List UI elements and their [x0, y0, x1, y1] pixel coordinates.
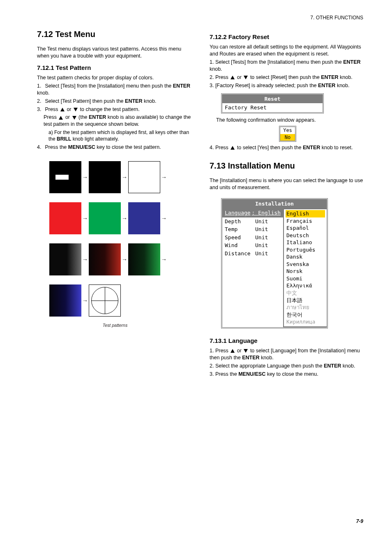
- right-column: 7.12.2 Factory Reset You can restore all…: [210, 29, 366, 379]
- language-option[interactable]: Кириллица: [286, 318, 325, 326]
- language-option[interactable]: Français: [286, 217, 325, 225]
- body-factory-reset: You can restore all default settings to …: [210, 44, 366, 58]
- heading-language: 7.13.1 Language: [210, 337, 366, 345]
- swatch-green: [89, 202, 121, 234]
- page-header-right: 7. OTHER FUNCTIONS: [310, 14, 363, 21]
- reset-step-2: 2. Press or to select [Reset] then push …: [210, 74, 366, 81]
- body-installation-menu: The [Installation] menu is where you can…: [210, 177, 366, 191]
- swatch-black: [89, 161, 121, 193]
- setting-row[interactable]: SpeedUnit: [222, 234, 283, 242]
- step-num-2: 2.: [37, 98, 44, 105]
- option-no[interactable]: No: [280, 134, 295, 141]
- heading-installation-menu: 7.13 Installation Menu: [210, 160, 366, 171]
- lang-step-1: 1. Press or to select [Language] from th…: [210, 347, 366, 361]
- left-column: 7.12 Test Menu The Test menu displays va…: [37, 29, 193, 328]
- language-option[interactable]: 中文: [286, 289, 325, 297]
- arrow-down-icon: [244, 76, 248, 79]
- arrow-right-icon: [160, 256, 168, 264]
- reset-step-3: 3. [Factory Reset] is already selected; …: [210, 82, 366, 89]
- setting-row[interactable]: TempUnit: [222, 225, 283, 234]
- heading-test-pattern: 7.12.1 Test Pattern: [37, 64, 193, 72]
- arrow-up-icon: [231, 349, 235, 353]
- arrow-right-icon: [160, 173, 168, 181]
- option-yes[interactable]: Yes: [280, 127, 295, 134]
- setting-row[interactable]: DistanceUnit: [222, 250, 283, 258]
- arrow-up-icon: [60, 108, 65, 111]
- swatch-black-bar: [49, 161, 81, 193]
- language-option[interactable]: Ελληνικά: [286, 282, 325, 289]
- step-num-4: 4.: [37, 144, 44, 151]
- step-3b: Press or (the ENTER knob is also availab…: [37, 114, 193, 128]
- arrow-up-icon: [59, 116, 63, 120]
- intro-test-menu: The Test menu displays various test patt…: [37, 46, 193, 60]
- arrow-right-icon: [81, 215, 89, 222]
- reset-menu-item-factory-reset[interactable]: Factory Reset: [222, 103, 323, 112]
- arrow-up-icon: [231, 76, 235, 79]
- installation-panel-title: Installation: [222, 199, 327, 208]
- step-num-3: 3.: [37, 106, 44, 113]
- arrow-right-icon: [121, 256, 128, 264]
- swatch-gradient-green: [128, 243, 160, 275]
- arrow-up-icon: [231, 146, 235, 150]
- swatch-red: [49, 202, 81, 234]
- lang-step-3: 3. Press the MENU/ESC key to close the m…: [210, 371, 366, 378]
- swatch-row-3: [49, 243, 193, 275]
- yes-no-dialog[interactable]: Yes No: [279, 126, 296, 141]
- swatch-row-2: [49, 202, 193, 234]
- heading-test-menu: 7.12 Test Menu: [37, 29, 193, 40]
- reset-menu-title: Reset: [222, 95, 323, 104]
- arrow-right-icon: [81, 173, 89, 181]
- test-pattern-figure: Test patterns: [49, 161, 193, 328]
- swatch-white: [128, 161, 160, 193]
- arrow-down-icon: [72, 116, 76, 120]
- reset-step-1: 1. Select [Tests] from the [Installation…: [210, 59, 366, 73]
- language-option[interactable]: Español: [286, 224, 325, 232]
- language-option[interactable]: Suomi: [286, 275, 325, 282]
- step-1: 1. Select [Tests] from the [Installation…: [37, 83, 193, 97]
- installation-panel[interactable]: Installation Language : English DepthUni…: [210, 198, 366, 328]
- setting-row[interactable]: DepthUnit: [222, 217, 283, 226]
- swatch-blue: [128, 202, 160, 234]
- swatch-row-4: [49, 284, 193, 317]
- language-option[interactable]: Dansk: [286, 253, 325, 261]
- language-option[interactable]: Deutsch: [286, 232, 325, 239]
- step-4: 4. Press the MENU/ESC key to close the t…: [37, 144, 193, 151]
- arrow-down-icon: [74, 108, 78, 111]
- swatch-gradient-blue: [49, 284, 81, 317]
- step-num-1: 1.: [37, 83, 44, 90]
- setting-row[interactable]: WindUnit: [222, 241, 283, 250]
- language-option[interactable]: Svenska: [286, 261, 325, 268]
- arrow-right-icon: [81, 297, 89, 305]
- reset-step-4: 4. Press to select [Yes] then push the E…: [210, 144, 366, 151]
- language-option[interactable]: English: [286, 210, 325, 217]
- setting-language-row[interactable]: Language : English: [222, 208, 283, 217]
- swatch-gradient-red: [89, 243, 121, 275]
- body-test-pattern: The test pattern checks for proper displ…: [37, 74, 193, 81]
- language-option[interactable]: ภาษาไทย: [286, 304, 325, 311]
- swatch-row-1: [49, 161, 193, 193]
- swatch-crosshair: [89, 284, 121, 317]
- language-option[interactable]: 日本語: [286, 297, 325, 304]
- reset-menu[interactable]: Reset Factory Reset: [221, 93, 324, 113]
- language-option[interactable]: 한국어: [286, 311, 325, 319]
- heading-factory-reset: 7.12.2 Factory Reset: [210, 33, 366, 41]
- language-option[interactable]: Norsk: [286, 268, 325, 275]
- swatch-gradient-gray: [49, 243, 81, 275]
- step-3-note: a) For the test pattern which is display…: [37, 129, 193, 142]
- step-3: 3. Press or to change the test pattern.: [37, 106, 193, 113]
- page-number: 7-9: [356, 518, 363, 525]
- arrow-right-icon: [121, 173, 128, 181]
- installation-settings-list: Language : English DepthUnitTempUnitSpee…: [222, 208, 283, 327]
- step-2: 2. Select [Test Pattern] then push the E…: [37, 98, 193, 105]
- arrow-right-icon: [121, 215, 128, 222]
- language-option[interactable]: Italiano: [286, 239, 325, 246]
- arrow-right-icon: [160, 215, 168, 222]
- arrow-down-icon: [244, 349, 248, 353]
- confirm-window-text: The following confirmation window appear…: [210, 117, 366, 124]
- language-options-list[interactable]: EnglishFrançaisEspañolDeutschItalianoPor…: [283, 208, 327, 327]
- arrow-right-icon: [81, 256, 89, 264]
- lang-step-2: 2. Select the appropriate Language then …: [210, 363, 366, 370]
- figure-caption: Test patterns: [37, 322, 193, 328]
- language-option[interactable]: Português: [286, 246, 325, 254]
